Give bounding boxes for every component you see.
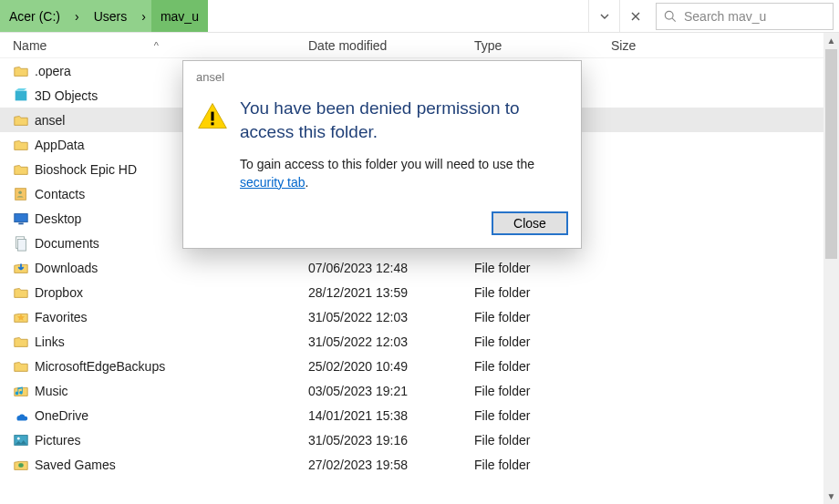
file-type: File folder [474,384,611,398]
close-tab-button[interactable] [619,0,650,32]
permission-denied-dialog: ansel You have been denied permission to… [182,60,582,249]
file-type: File folder [474,408,611,423]
toolbar: Acer (C:) › Users › mav_u Search mav_u [0,0,839,33]
svg-rect-5 [18,222,23,224]
column-size-header[interactable]: Size [611,38,636,53]
close-icon [630,11,641,22]
file-date: 31/05/2022 12:03 [308,334,474,349]
file-name: OneDrive [35,408,308,423]
3d-icon [13,87,35,104]
file-row[interactable]: Links31/05/2022 12:03File folder [0,329,839,354]
warning-icon [196,97,240,191]
file-type: File folder [474,334,611,349]
file-row[interactable]: Dropbox28/12/2021 13:59File folder [0,280,839,304]
onedrive-icon [13,407,35,424]
search-input[interactable]: Search mav_u [656,3,834,30]
svg-rect-11 [211,112,213,121]
folder-icon [13,161,35,178]
file-date: 14/01/2021 15:38 [308,408,474,423]
breadcrumb-item[interactable]: Users [85,0,137,32]
favorites-icon [13,309,35,325]
file-row[interactable]: Pictures31/05/2023 19:16File folder [0,427,839,452]
scroll-down-icon[interactable]: ▼ [823,489,839,504]
file-type: File folder [474,285,611,300]
file-row[interactable]: Music03/05/2023 19:21File folder [0,378,839,403]
folder-icon [13,137,35,153]
sort-caret-icon: ^ [154,40,159,51]
documents-icon [13,235,35,252]
file-type: File folder [474,433,611,447]
search-placeholder: Search mav_u [684,9,766,24]
column-headers: Name ^ Date modified Type Size [0,33,839,58]
downloads-icon [13,260,35,276]
svg-rect-2 [16,188,26,200]
dialog-heading: You have been denied permission to acces… [240,97,565,143]
file-name: Saved Games [35,458,308,472]
chevron-down-icon [599,11,610,22]
pictures-icon [13,432,35,448]
file-name: Downloads [35,261,308,275]
music-icon [13,383,35,399]
file-type: File folder [474,310,611,324]
file-type: File folder [474,458,611,472]
column-name-header[interactable]: Name ^ [13,38,166,53]
svg-rect-7 [17,239,26,251]
folder-icon [13,334,35,350]
file-row[interactable]: OneDrive14/01/2021 15:38File folder [0,403,839,427]
svg-point-9 [17,437,20,439]
svg-rect-10 [18,463,23,468]
file-name: Links [35,334,308,349]
breadcrumb: Acer (C:) › Users › mav_u [0,0,208,32]
folder-icon [13,112,35,129]
breadcrumb-item[interactable]: Acer (C:) [0,0,69,32]
security-tab-link[interactable]: security tab [240,175,306,190]
file-row[interactable]: Favorites31/05/2022 12:03File folder [0,304,839,329]
file-name: Dropbox [35,285,308,300]
scroll-up-icon[interactable]: ▲ [823,33,839,48]
svg-rect-1 [16,90,27,100]
file-name: Music [35,384,308,398]
games-icon [13,457,35,473]
file-type: File folder [474,261,611,275]
chevron-right-icon[interactable]: › [136,9,151,24]
file-row[interactable]: Downloads07/06/2023 12:48File folder [0,255,839,280]
file-date: 07/06/2023 12:48 [308,261,474,275]
scrollbar[interactable]: ▲ ▼ [823,33,839,504]
close-button[interactable]: Close [492,211,568,235]
dialog-message: To gain access to this folder you will n… [240,156,565,191]
chevron-right-icon[interactable]: › [69,9,85,24]
file-name: Pictures [35,433,308,447]
dialog-title: ansel [183,61,581,91]
file-date: 27/02/2023 19:58 [308,458,474,472]
folder-icon [13,63,35,79]
contacts-icon [13,186,35,202]
scroll-thumb[interactable] [825,49,837,259]
column-date-header[interactable]: Date modified [308,38,474,53]
folder-icon [13,358,35,375]
file-row[interactable]: Saved Games27/02/2023 19:58File folder [0,452,839,477]
file-name: MicrosoftEdgeBackups [35,359,308,374]
search-icon [664,10,677,23]
svg-rect-4 [15,213,27,221]
folder-icon [13,284,35,301]
file-row[interactable]: MicrosoftEdgeBackups25/02/2020 10:49File… [0,354,839,378]
desktop-icon [13,211,35,227]
breadcrumb-item-current[interactable]: mav_u [151,0,208,32]
file-date: 28/12/2021 13:59 [308,285,474,300]
file-date: 03/05/2023 19:21 [308,384,474,398]
file-date: 25/02/2020 10:49 [308,359,474,374]
file-type: File folder [474,359,611,374]
svg-point-0 [665,11,673,19]
file-name: Favorites [35,310,308,324]
column-type-header[interactable]: Type [474,38,611,53]
svg-point-3 [18,190,22,194]
file-date: 31/05/2022 12:03 [308,310,474,324]
file-date: 31/05/2023 19:16 [308,433,474,447]
dropdown-button[interactable] [588,0,619,32]
svg-rect-12 [211,122,213,125]
